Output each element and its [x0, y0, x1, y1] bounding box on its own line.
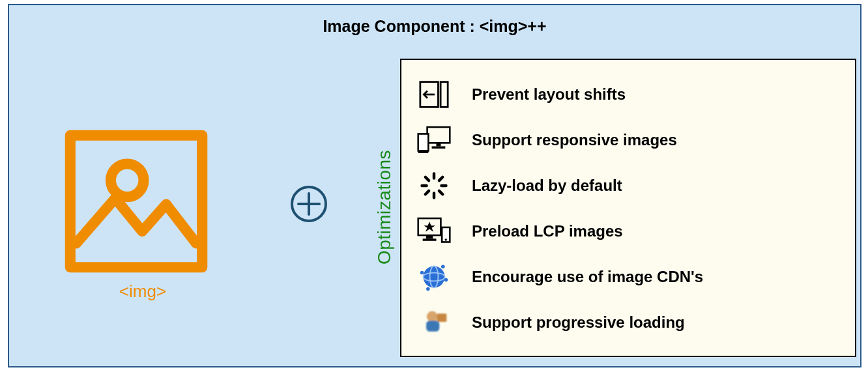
diagram-canvas: Image Component : <img>++ <img> Optimiza…	[8, 4, 861, 367]
optimizations-label: Optimizations	[374, 93, 395, 207]
svg-rect-35	[426, 321, 439, 332]
svg-rect-22	[426, 235, 433, 238]
opt-row: Prevent layout shifts	[417, 72, 839, 117]
opt-text: Lazy-load by default	[472, 177, 622, 195]
plus-icon	[289, 184, 328, 226]
svg-point-30	[420, 271, 424, 275]
svg-rect-0	[70, 136, 202, 267]
svg-line-20	[426, 191, 429, 194]
svg-rect-10	[432, 147, 446, 149]
preload-icon	[417, 214, 451, 248]
img-tag-label: <img>	[61, 281, 224, 302]
opt-text: Encourage use of image CDN's	[472, 268, 703, 286]
svg-rect-23	[423, 238, 437, 240]
svg-marker-24	[424, 222, 435, 232]
svg-point-31	[444, 278, 448, 282]
svg-point-1	[111, 164, 144, 197]
svg-point-32	[426, 287, 430, 291]
layout-shift-icon	[417, 78, 451, 111]
opt-row: Support responsive images	[417, 117, 839, 163]
cdn-icon	[417, 260, 451, 294]
opt-text: Support responsive images	[472, 131, 677, 149]
optimizations-box: Prevent layout shifts Support responsive…	[400, 59, 856, 357]
responsive-icon	[417, 123, 451, 157]
svg-rect-8	[427, 127, 450, 143]
opt-text: Preload LCP images	[472, 222, 623, 240]
image-icon	[61, 126, 211, 276]
svg-line-18	[439, 191, 442, 194]
opt-row: Support progressive loading	[417, 300, 839, 345]
svg-rect-36	[437, 313, 447, 322]
svg-line-19	[439, 177, 442, 180]
lazy-icon	[417, 169, 451, 203]
svg-rect-9	[436, 143, 441, 146]
opt-row: Encourage use of image CDN's	[417, 254, 839, 300]
opt-text: Prevent layout shifts	[472, 85, 626, 104]
svg-point-33	[441, 265, 445, 269]
svg-rect-12	[418, 151, 429, 152]
opt-text: Support progressive loading	[472, 313, 685, 332]
progressive-icon	[417, 306, 451, 339]
img-block: <img>	[61, 126, 224, 302]
diagram-title: Image Component : <img>++	[9, 17, 860, 36]
svg-rect-11	[418, 134, 429, 151]
svg-point-34	[427, 311, 438, 323]
svg-line-17	[426, 177, 429, 180]
svg-point-26	[444, 238, 446, 240]
svg-rect-6	[441, 82, 448, 108]
opt-row: Preload LCP images	[417, 209, 839, 254]
opt-row: Lazy-load by default	[417, 163, 839, 209]
svg-point-27	[423, 266, 444, 287]
